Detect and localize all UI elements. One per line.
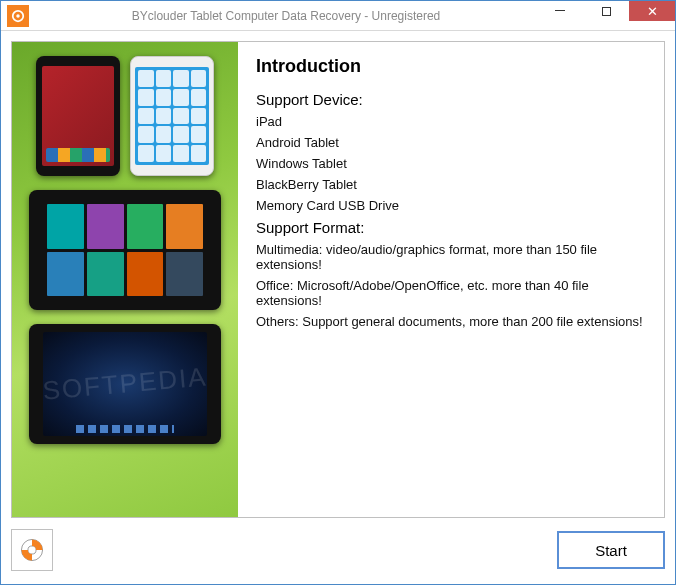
- kindle-tablet-graphic: [36, 56, 120, 176]
- android-tablet-graphic: SOFTPEDIA: [29, 324, 221, 444]
- maximize-icon: [602, 7, 611, 16]
- sidebar-illustration: SOFTPEDIA: [12, 42, 238, 517]
- main-panel: SOFTPEDIA Introduction Support Device: i…: [11, 41, 665, 518]
- lifebuoy-icon: [19, 537, 45, 563]
- ipad-tablet-graphic: [130, 56, 214, 176]
- bottom-bar: Start: [11, 526, 665, 574]
- svg-point-1: [16, 14, 20, 18]
- maximize-button[interactable]: [583, 1, 629, 21]
- close-button[interactable]: ✕: [629, 1, 675, 21]
- device-item: Memory Card USB Drive: [256, 198, 646, 213]
- devices-heading: Support Device:: [256, 91, 646, 108]
- content-area: SOFTPEDIA Introduction Support Device: i…: [1, 31, 675, 584]
- formats-heading: Support Format:: [256, 219, 646, 236]
- minimize-icon: [555, 10, 565, 11]
- device-item: Android Tablet: [256, 135, 646, 150]
- device-item: Windows Tablet: [256, 156, 646, 171]
- app-window: BYclouder Tablet Computer Data Recovery …: [0, 0, 676, 585]
- start-button[interactable]: Start: [557, 531, 665, 569]
- close-icon: ✕: [647, 4, 658, 19]
- windows-tablet-graphic: [29, 190, 221, 310]
- device-item: BlackBerry Tablet: [256, 177, 646, 192]
- app-icon: [7, 5, 29, 27]
- svg-point-3: [28, 546, 36, 554]
- intro-heading: Introduction: [256, 56, 646, 77]
- tablet-row-1: [36, 56, 214, 176]
- minimize-button[interactable]: [537, 1, 583, 21]
- intro-panel: Introduction Support Device: iPad Androi…: [238, 42, 664, 517]
- window-title: BYclouder Tablet Computer Data Recovery …: [35, 9, 537, 23]
- window-controls: ✕: [537, 1, 675, 30]
- help-button[interactable]: [11, 529, 53, 571]
- format-item: Others: Support general documents, more …: [256, 314, 646, 329]
- titlebar[interactable]: BYclouder Tablet Computer Data Recovery …: [1, 1, 675, 31]
- device-item: iPad: [256, 114, 646, 129]
- format-item: Office: Microsoft/Adobe/OpenOffice, etc.…: [256, 278, 646, 308]
- format-item: Multimedia: video/audio/graphics format,…: [256, 242, 646, 272]
